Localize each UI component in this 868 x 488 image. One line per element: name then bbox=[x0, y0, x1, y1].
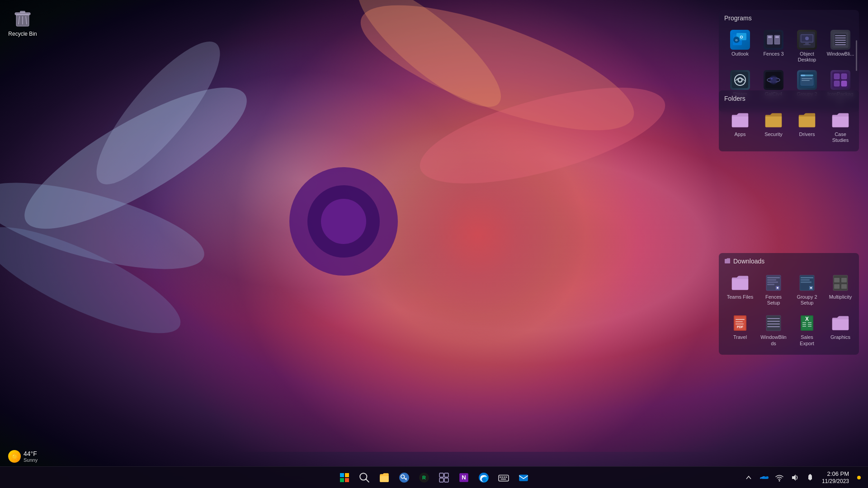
taskbar-icons-center: R N bbox=[335, 467, 533, 488]
fence-item-graphics-label: Graphics bbox=[830, 334, 850, 340]
fence-item-graphics[interactable]: Graphics bbox=[825, 311, 856, 348]
svg-rect-116 bbox=[505, 476, 507, 477]
fence-item-outlook[interactable]: O o Outlook bbox=[724, 28, 756, 65]
svg-rect-83 bbox=[767, 326, 780, 327]
fence-item-windowblinds-label: WindowBli... bbox=[827, 51, 854, 57]
svg-text:PDF: PDF bbox=[737, 325, 744, 328]
svg-rect-69 bbox=[834, 278, 840, 282]
teams-files-icon bbox=[730, 273, 750, 293]
fence-item-apps[interactable]: Apps bbox=[724, 108, 756, 145]
fence-item-drivers[interactable]: Drivers bbox=[791, 108, 823, 145]
fence-item-outlook-label: Outlook bbox=[731, 51, 749, 57]
svg-rect-62 bbox=[767, 282, 778, 283]
edge-icon bbox=[478, 472, 489, 483]
svg-rect-70 bbox=[841, 278, 847, 282]
svg-rect-77 bbox=[736, 324, 744, 324]
search-icon bbox=[359, 472, 370, 483]
mail-button[interactable] bbox=[514, 468, 533, 488]
fence-item-drivers-label: Drivers bbox=[799, 131, 815, 137]
svg-rect-72 bbox=[841, 284, 847, 289]
fence-item-teams-files-label: Teams Files bbox=[727, 294, 754, 300]
onenote-button[interactable]: N bbox=[455, 468, 473, 488]
volume-icon[interactable] bbox=[788, 468, 802, 488]
svg-rect-79 bbox=[766, 315, 781, 331]
outlook-icon: O o bbox=[730, 30, 750, 50]
downloads-fence-grid: Teams Files Fences Setup bbox=[724, 271, 854, 348]
svg-line-98 bbox=[366, 479, 369, 482]
weather-widget[interactable]: ☀️ 44°F Sunny bbox=[5, 448, 41, 465]
show-hidden-icons-button[interactable] bbox=[741, 468, 756, 488]
svg-rect-36 bbox=[835, 40, 846, 41]
taskbar-tray: 2:06 PM 11/29/2023 bbox=[741, 467, 868, 488]
fence-item-windowblinds-download[interactable]: WindowBlinds bbox=[758, 311, 789, 348]
keepass-icon bbox=[399, 472, 410, 483]
downloads-fence-panel: Downloads Teams Files bbox=[719, 253, 859, 355]
svg-text:X: X bbox=[805, 316, 809, 322]
object-desktop-icon bbox=[797, 30, 817, 50]
fence-item-groupy2-setup[interactable]: Groupy 2 Setup bbox=[791, 271, 823, 308]
weather-sun-icon: ☀️ bbox=[8, 450, 21, 463]
svg-rect-82 bbox=[767, 324, 780, 324]
svg-rect-25 bbox=[775, 36, 779, 38]
razer-icon: R bbox=[419, 472, 429, 483]
fence-item-sales-export-label: Sales Export bbox=[793, 334, 821, 346]
case-studies-folder-icon bbox=[830, 110, 850, 130]
notification-dot bbox=[857, 476, 861, 479]
recycle-bin[interactable]: Recycle Bin bbox=[5, 5, 41, 40]
svg-text:o: o bbox=[736, 38, 738, 42]
svg-rect-24 bbox=[768, 36, 772, 38]
onedrive-icon[interactable] bbox=[757, 468, 771, 488]
fence-item-security[interactable]: Security bbox=[758, 108, 789, 145]
search-button[interactable] bbox=[355, 468, 373, 488]
clock-display[interactable]: 2:06 PM 11/29/2023 bbox=[818, 468, 853, 488]
recycle-bin-label: Recycle Bin bbox=[8, 31, 37, 37]
clock-date: 11/29/2023 bbox=[822, 478, 849, 484]
fences-taskbar-button[interactable] bbox=[435, 468, 453, 488]
fence-item-object-desktop[interactable]: Object Desktop bbox=[791, 28, 823, 65]
svg-rect-37 bbox=[835, 42, 846, 43]
fence-item-multiplicity[interactable]: Multiplicity bbox=[825, 271, 856, 308]
fence-item-fences3[interactable]: Fences 3 bbox=[758, 28, 789, 65]
svg-text:N: N bbox=[462, 474, 466, 481]
svg-rect-120 bbox=[810, 474, 811, 475]
fence-item-groupy2-setup-label: Groupy 2 Setup bbox=[793, 294, 821, 306]
downloads-folder-icon-small bbox=[724, 258, 731, 264]
svg-rect-90 bbox=[808, 324, 811, 325]
drivers-folder-icon bbox=[797, 110, 817, 130]
notification-bell-icon bbox=[806, 474, 814, 482]
touch-keyboard-button[interactable] bbox=[495, 468, 513, 488]
keepass-button[interactable] bbox=[395, 468, 413, 488]
clock-time: 2:06 PM bbox=[827, 470, 849, 478]
fence-item-case-studies[interactable]: Case Studies bbox=[825, 108, 856, 145]
fence-item-travel[interactable]: PDF Travel bbox=[724, 311, 756, 348]
fence-item-teams-files[interactable]: Teams Files bbox=[724, 271, 756, 308]
svg-rect-106 bbox=[444, 473, 448, 477]
razer-button[interactable]: R bbox=[415, 468, 433, 488]
svg-rect-87 bbox=[802, 322, 806, 323]
chevron-up-icon bbox=[745, 474, 752, 481]
svg-rect-112 bbox=[499, 475, 509, 481]
start-button[interactable] bbox=[335, 468, 354, 488]
programs-fence-title: Programs bbox=[724, 14, 854, 23]
svg-rect-95 bbox=[340, 478, 344, 482]
fence-item-sales-export[interactable]: X Sales Export bbox=[791, 311, 823, 348]
svg-rect-93 bbox=[340, 473, 344, 477]
fence-item-fences-setup[interactable]: Fences Setup bbox=[758, 271, 789, 308]
file-explorer-button[interactable] bbox=[375, 468, 393, 488]
notification-dot-button[interactable] bbox=[854, 468, 864, 488]
fence-item-windowblinds[interactable]: WindowBli... bbox=[825, 28, 856, 65]
edge-button[interactable] bbox=[475, 468, 493, 488]
svg-rect-30 bbox=[803, 44, 811, 45]
network-icon[interactable] bbox=[772, 468, 787, 488]
svg-rect-115 bbox=[504, 476, 505, 477]
windowblinds-icon bbox=[830, 30, 850, 50]
svg-point-31 bbox=[805, 37, 809, 40]
svg-rect-12 bbox=[20, 11, 25, 13]
svg-point-47 bbox=[771, 78, 773, 80]
svg-rect-89 bbox=[802, 324, 806, 325]
file-explorer-icon bbox=[379, 472, 390, 483]
notification-icon[interactable] bbox=[803, 468, 817, 488]
svg-rect-50 bbox=[801, 75, 805, 76]
svg-rect-35 bbox=[835, 38, 846, 38]
fence-item-windowblinds-download-label: WindowBlinds bbox=[760, 334, 788, 346]
